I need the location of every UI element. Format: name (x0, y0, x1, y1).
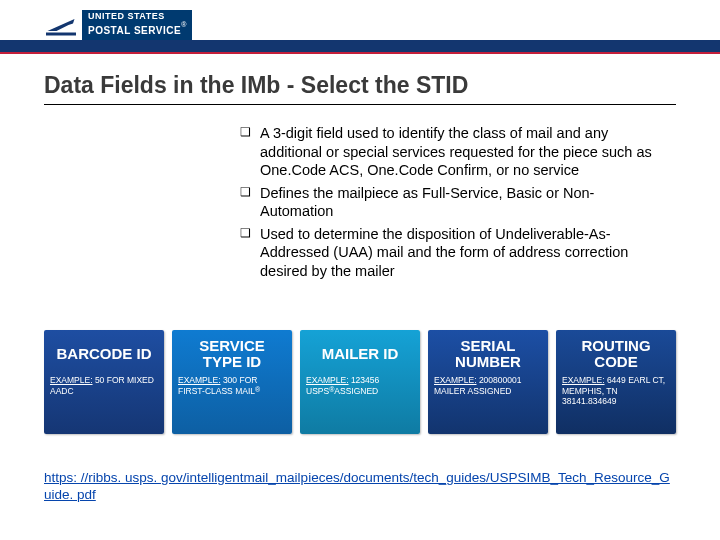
card-title: SERVICE TYPE ID (178, 336, 286, 371)
card-example: EXAMPLE: 6449 EARL CT, MEMPHIS, TN 38141… (562, 375, 670, 407)
header-red-line (0, 52, 720, 54)
footer-link: https: //ribbs. usps. gov/intelligentmai… (44, 470, 676, 504)
card-mailer-id: MAILER ID EXAMPLE: 123456 USPS®ASSIGNED (300, 330, 420, 434)
eagle-icon (46, 14, 76, 36)
slide: UNITED STATES POSTAL SERVICE® Data Field… (0, 0, 720, 540)
registered-icon: ® (181, 21, 186, 28)
logo-line1: UNITED STATES (88, 12, 186, 21)
card-example: EXAMPLE: 200800001 MAILER ASSIGNED (434, 375, 542, 396)
bullet-item: A 3-digit field used to identify the cla… (240, 124, 664, 180)
usps-logo: UNITED STATES POSTAL SERVICE® (46, 10, 192, 40)
card-example: EXAMPLE: 300 FOR FIRST-CLASS MAIL® (178, 375, 286, 396)
registered-icon: ® (255, 386, 260, 393)
card-example: EXAMPLE: 50 FOR MIXED AADC (50, 375, 158, 396)
page-title: Data Fields in the IMb - Select the STID (44, 72, 676, 99)
card-barcode-id: BARCODE ID EXAMPLE: 50 FOR MIXED AADC (44, 330, 164, 434)
header: UNITED STATES POSTAL SERVICE® (0, 0, 720, 48)
card-serial-number: SERIAL NUMBER EXAMPLE: 200800001 MAILER … (428, 330, 548, 434)
title-rule (44, 104, 676, 105)
card-title: MAILER ID (306, 336, 414, 371)
card-title: ROUTING CODE (562, 336, 670, 371)
cards-row: BARCODE ID EXAMPLE: 50 FOR MIXED AADC SE… (44, 330, 676, 434)
bullet-list: A 3-digit field used to identify the cla… (240, 124, 664, 284)
card-example: EXAMPLE: 123456 USPS®ASSIGNED (306, 375, 414, 396)
logo-line2: POSTAL SERVICE (88, 25, 181, 36)
bullet-item: Used to determine the disposition of Und… (240, 225, 664, 281)
logo-text: UNITED STATES POSTAL SERVICE® (82, 10, 192, 40)
header-blue-bar (0, 40, 720, 52)
card-title: BARCODE ID (50, 336, 158, 371)
card-title: SERIAL NUMBER (434, 336, 542, 371)
card-service-type-id: SERVICE TYPE ID EXAMPLE: 300 FOR FIRST-C… (172, 330, 292, 434)
bullet-item: Defines the mailpiece as Full-Service, B… (240, 184, 664, 221)
card-routing-code: ROUTING CODE EXAMPLE: 6449 EARL CT, MEMP… (556, 330, 676, 434)
resource-guide-link[interactable]: https: //ribbs. usps. gov/intelligentmai… (44, 470, 670, 502)
